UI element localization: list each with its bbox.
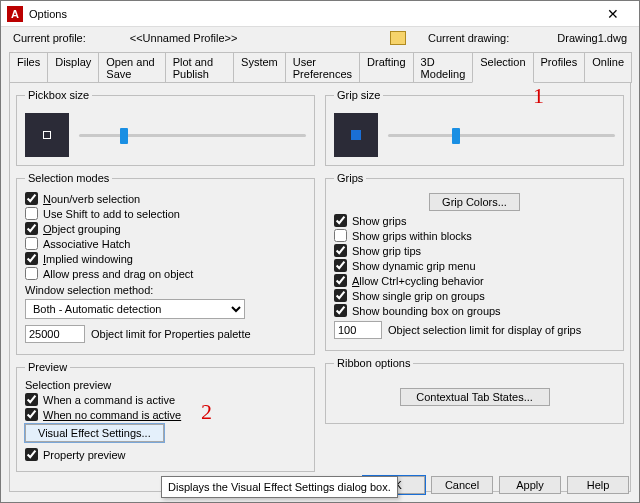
tab-profiles[interactable]: Profiles [533, 52, 586, 83]
ribbon-options-group: Ribbon options Contextual Tab States... [325, 357, 624, 424]
current-profile-value: <<Unnamed Profile>> [130, 32, 238, 44]
contextual-tab-states-button[interactable]: Contextual Tab States... [400, 388, 550, 406]
grip-size-slider[interactable] [388, 126, 615, 144]
tab-drafting[interactable]: Drafting [359, 52, 414, 83]
when-command-active-checkbox[interactable]: When a command is active [25, 393, 306, 406]
help-button[interactable]: Help [567, 476, 629, 494]
selection-preview-label: Selection preview [25, 379, 306, 391]
dialog-buttons: OK Cancel Apply Help [363, 476, 629, 494]
window-selection-method-label: Window selection method: [25, 284, 153, 296]
profile-row: Current profile: <<Unnamed Profile>> Cur… [1, 27, 639, 49]
grips-display-limit-label: Object selection limit for display of gr… [388, 324, 581, 336]
pickbox-slider[interactable] [79, 126, 306, 144]
tab-online[interactable]: Online [584, 52, 632, 83]
tab-selection[interactable]: Selection [472, 52, 533, 83]
close-icon[interactable]: ✕ [593, 7, 633, 21]
pickbox-size-group: Pickbox size [16, 89, 315, 166]
selection-modes-legend: Selection modes [25, 172, 112, 184]
tab-files[interactable]: Files [9, 52, 48, 83]
grip-colors-button[interactable]: Grip Colors... [429, 193, 520, 211]
visual-effect-settings-button[interactable]: Visual Effect Settings... [25, 424, 164, 442]
object-grouping-checkbox[interactable]: Object grouping [25, 222, 306, 235]
preview-legend: Preview [25, 361, 70, 373]
tab-system[interactable]: System [233, 52, 286, 83]
object-limit-label: Object limit for Properties palette [91, 328, 251, 340]
show-bounding-box-groups-checkbox[interactable]: Show bounding box on groups [334, 304, 615, 317]
tab-strip: FilesDisplayOpen and SavePlot and Publis… [9, 51, 631, 82]
when-no-command-active-checkbox[interactable]: When no command is active [25, 408, 306, 421]
show-grips-within-blocks-checkbox[interactable]: Show grips within blocks [334, 229, 615, 242]
tooltip: Displays the Visual Effect Settings dial… [161, 476, 398, 498]
tab-display[interactable]: Display [47, 52, 99, 83]
show-grips-checkbox[interactable]: Show grips [334, 214, 615, 227]
grips-group: Grips Grip Colors... Show grips Show gri… [325, 172, 624, 351]
preview-group: Preview Selection preview When a command… [16, 361, 315, 472]
grip-size-legend: Grip size [334, 89, 383, 101]
drawing-icon [390, 31, 406, 45]
show-grip-tips-checkbox[interactable]: Show grip tips [334, 244, 615, 257]
tab-panel-selection: Pickbox size Selection modes Noun/verb s… [9, 82, 631, 492]
current-drawing-value: Drawing1.dwg [557, 32, 627, 44]
current-profile-label: Current profile: [13, 32, 86, 44]
titlebar: A Options ✕ [1, 1, 639, 27]
grip-size-group: Grip size [325, 89, 624, 166]
window-title: Options [29, 8, 67, 20]
apply-button[interactable]: Apply [499, 476, 561, 494]
grips-legend: Grips [334, 172, 366, 184]
implied-windowing-checkbox[interactable]: Implied windowing [25, 252, 306, 265]
grips-display-limit-input[interactable] [334, 321, 382, 339]
tab-plot-and-publish[interactable]: Plot and Publish [165, 52, 234, 83]
current-drawing-label: Current drawing: [428, 32, 509, 44]
associative-hatch-checkbox[interactable]: Associative Hatch [25, 237, 306, 250]
allow-ctrl-cycling-checkbox[interactable]: Allow Ctrl+cycling behavior [334, 274, 615, 287]
tab-open-and-save[interactable]: Open and Save [98, 52, 165, 83]
tab-user-preferences[interactable]: User Preferences [285, 52, 360, 83]
options-dialog: A Options ✕ Current profile: <<Unnamed P… [0, 0, 640, 503]
tab-3d-modeling[interactable]: 3D Modeling [413, 52, 474, 83]
selection-modes-group: Selection modes Noun/verb selection Use … [16, 172, 315, 355]
window-selection-method-select[interactable]: Both - Automatic detection [25, 299, 245, 319]
app-icon: A [7, 6, 23, 22]
use-shift-checkbox[interactable]: Use Shift to add to selection [25, 207, 306, 220]
object-limit-input[interactable] [25, 325, 85, 343]
cancel-button[interactable]: Cancel [431, 476, 493, 494]
pickbox-preview [25, 113, 69, 157]
property-preview-checkbox[interactable]: Property preview [25, 448, 306, 461]
show-dynamic-grip-menu-checkbox[interactable]: Show dynamic grip menu [334, 259, 615, 272]
noun-verb-checkbox[interactable]: Noun/verb selection [25, 192, 306, 205]
pickbox-legend: Pickbox size [25, 89, 92, 101]
show-single-grip-groups-checkbox[interactable]: Show single grip on groups [334, 289, 615, 302]
ribbon-options-legend: Ribbon options [334, 357, 413, 369]
grip-preview [334, 113, 378, 157]
allow-press-drag-checkbox[interactable]: Allow press and drag on object [25, 267, 306, 280]
